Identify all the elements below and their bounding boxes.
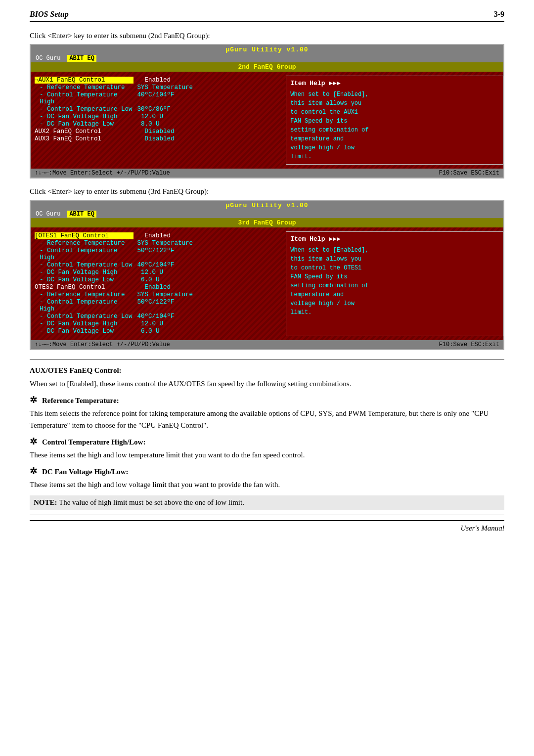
- page-header: BIOS Setup 3-9: [30, 10, 504, 22]
- bios-val-cth1: 40ºC/104ºF: [134, 91, 175, 105]
- bios-label-cth3: - Control Temperature High: [35, 299, 134, 312]
- bios-item-dvl1: - DC Fan Voltage Low 8.0 U: [35, 121, 282, 128]
- bios-val-ctl1: 30ºC/86ºF: [134, 106, 171, 113]
- bios-label-ctl3: - Control Temperature Low: [35, 313, 134, 320]
- bios-item-ref1: - Reference Temperature SYS Temperature: [35, 84, 282, 91]
- bios-help-title-1: Item Help ▶▶▶: [290, 79, 499, 87]
- bios-val-ref3: SYS Temperature: [134, 291, 193, 298]
- bios-screen-2: μGuru Utility v1.00 OC Guru ABIT EQ 3rd …: [30, 200, 504, 350]
- bios-val-aux1: Enabled: [134, 77, 171, 84]
- bios-val-cth2: 50ºC/122ºF: [134, 247, 175, 261]
- doc-para-1: This item selects the reference point fo…: [30, 407, 504, 431]
- bios-label-dvl1: - DC Fan Voltage Low: [35, 121, 134, 128]
- bios-help-2: Item Help ▶▶▶ When set to [Enabled], thi…: [286, 231, 503, 336]
- bios-item-cth1: - Control Temperature High 40ºC/104ºF: [35, 91, 282, 105]
- nav-abit-eq-2[interactable]: ABIT EQ: [67, 211, 96, 218]
- bios-help-1: Item Help ▶▶▶ When set to [Enabled], thi…: [286, 76, 503, 165]
- bios-val-ctl2: 40ºC/104ºF: [134, 262, 175, 268]
- bios-content-2: [OTES1 FanEQ Control Enabled - Reference…: [31, 227, 503, 340]
- bios-item-ctl2: - Control Temperature Low 40ºC/104ºF: [35, 262, 282, 268]
- bios-item-cth2: - Control Temperature High 50ºC/122ºF: [35, 247, 282, 261]
- doc-note: NOTE: The value of high limit must be se…: [30, 495, 504, 510]
- bios-label-ctl1: - Control Temperature Low: [35, 106, 134, 113]
- bios-val-otes1: Enabled: [134, 232, 171, 239]
- bios-item-dvl3: - DC Fan Voltage Low 6.0 U: [35, 328, 282, 335]
- bios-val-dvh3: 12.0 U: [134, 320, 163, 327]
- bios-item-dvl2: - DC Fan Voltage Low 6.0 U: [35, 276, 282, 283]
- bios-group-2: 3rd FanEQ Group: [31, 218, 503, 227]
- bios-val-dvl2: 6.0 U: [134, 276, 160, 283]
- bios-label-aux1: →AUX1 FanEQ Control: [35, 77, 134, 84]
- bios-val-dvh2: 12.0 U: [134, 269, 163, 276]
- bios-label-dvl3: - DC Fan Voltage Low: [35, 328, 134, 335]
- bios-item-ref2: - Reference Temperature SYS Temperature: [35, 240, 282, 247]
- bios-footer-2: ↑↓→←:Move Enter:Select +/-/PU/PD:Value F…: [31, 340, 503, 349]
- bios-val-ref1: SYS Temperature: [134, 84, 193, 91]
- doc-para-2: These items set the high and low tempera…: [30, 449, 504, 461]
- bios-title-2: μGuru Utility v1.00: [31, 201, 503, 210]
- bios-label-dvh1: - DC Fan Voltage High: [35, 113, 134, 120]
- bios-val-ref2: SYS Temperature: [134, 240, 193, 247]
- bios-item-dvh2: - DC Fan Voltage High 12.0 U: [35, 269, 282, 276]
- nav-oc-guru-2[interactable]: OC Guru: [34, 211, 62, 218]
- bios-item-cth3: - Control Temperature High 50ºC/122ºF: [35, 299, 282, 312]
- bios-footer-right-1: F10:Save ESC:Exit: [439, 170, 499, 177]
- asterisk-icon-2: ✲: [30, 436, 37, 447]
- bios-item-ctl1: - Control Temperature Low 30ºC/86ºF: [35, 106, 282, 113]
- bios-val-otes2: Enabled: [134, 284, 171, 291]
- bios-item-dvh3: - DC Fan Voltage High 12.0 U: [35, 320, 282, 327]
- asterisk-icon-3: ✲: [30, 466, 37, 477]
- header-page-number: 3-9: [494, 10, 504, 19]
- bios-label-otes1: [OTES1 FanEQ Control: [35, 232, 134, 239]
- doc-para-3: These items set the high and low voltage…: [30, 479, 504, 490]
- bios-title-1: μGuru Utility v1.00: [31, 45, 503, 54]
- bios-label-ref3: - Reference Temperature: [35, 291, 134, 298]
- bios-nav-2: OC Guru ABIT EQ: [31, 210, 503, 218]
- bios-label-aux3: AUX3 FanEQ Control: [35, 135, 134, 142]
- bios-item-aux1: →AUX1 FanEQ Control Enabled: [35, 77, 282, 84]
- bios-val-dvl1: 8.0 U: [134, 121, 160, 128]
- bios-val-ctl3: 40ºC/104ºF: [134, 313, 175, 320]
- doc-subheading-2: Control Temperature High/Low:: [42, 438, 145, 446]
- bios-footer-right-2: F10:Save ESC:Exit: [439, 341, 499, 348]
- bios-val-cth3: 50ºC/122ºF: [134, 299, 175, 312]
- bios-val-aux3: Disabled: [134, 135, 175, 142]
- bios-nav-1: OC Guru ABIT EQ: [31, 54, 503, 62]
- doc-subheading-row-2: ✲ Control Temperature High/Low:: [30, 436, 504, 447]
- doc-main-para: When set to [Enabled], these items contr…: [30, 378, 504, 390]
- bios-item-otes1: [OTES1 FanEQ Control Enabled: [35, 232, 282, 239]
- doc-note-label: NOTE:: [34, 498, 57, 506]
- nav-abit-eq-1[interactable]: ABIT EQ: [67, 55, 96, 62]
- instruction-1: Click <Enter> key to enter its submenu (…: [30, 32, 504, 40]
- asterisk-icon-1: ✲: [30, 395, 37, 405]
- doc-note-text: The value of high limit must be set abov…: [57, 498, 244, 506]
- bios-val-dvl3: 6.0 U: [134, 328, 160, 335]
- bios-help-title-2: Item Help ▶▶▶: [290, 235, 499, 243]
- doc-subheading-row-1: ✲ Reference Temperature:: [30, 395, 504, 405]
- bios-screen-1: μGuru Utility v1.00 OC Guru ABIT EQ 2nd …: [30, 44, 504, 178]
- bios-item-otes2: OTES2 FanEQ Control Enabled: [35, 284, 282, 291]
- bios-label-ctl2: - Control Temperature Low: [35, 262, 134, 268]
- bios-help-body-1: When set to [Enabled], this item allows …: [290, 90, 499, 161]
- footer-text: User's Manual: [460, 524, 504, 533]
- bios-label-dvh3: - DC Fan Voltage High: [35, 320, 134, 327]
- doc-subheading-row-3: ✲ DC Fan Voltage High/Low:: [30, 466, 504, 477]
- header-title: BIOS Setup: [30, 10, 69, 19]
- bios-label-ref1: - Reference Temperature: [35, 84, 134, 91]
- nav-oc-guru-1[interactable]: OC Guru: [34, 55, 62, 62]
- bios-label-aux2: AUX2 FanEQ Control: [35, 128, 134, 135]
- doc-subheading-3: DC Fan Voltage High/Low:: [42, 468, 129, 476]
- bios-label-cth1: - Control Temperature High: [35, 91, 134, 105]
- bios-left-2: [OTES1 FanEQ Control Enabled - Reference…: [31, 230, 286, 337]
- bios-item-ctl3: - Control Temperature Low 40ºC/104ºF: [35, 313, 282, 320]
- bios-val-dvh1: 12.0 U: [134, 113, 163, 120]
- doc-subheading-1: Reference Temperature:: [42, 397, 119, 405]
- bios-group-1: 2nd FanEQ Group: [31, 62, 503, 72]
- bios-label-dvh2: - DC Fan Voltage High: [35, 269, 134, 276]
- bios-label-cth2: - Control Temperature High: [35, 247, 134, 261]
- bios-item-ref3: - Reference Temperature SYS Temperature: [35, 291, 282, 298]
- bios-footer-1: ↑↓→←:Move Enter:Select +/-/PU/PD:Value F…: [31, 169, 503, 178]
- bios-label-otes2: OTES2 FanEQ Control: [35, 284, 134, 291]
- bios-footer-left-2: ↑↓→←:Move Enter:Select +/-/PU/PD:Value: [35, 341, 170, 348]
- bios-val-aux2: Disabled: [134, 128, 175, 135]
